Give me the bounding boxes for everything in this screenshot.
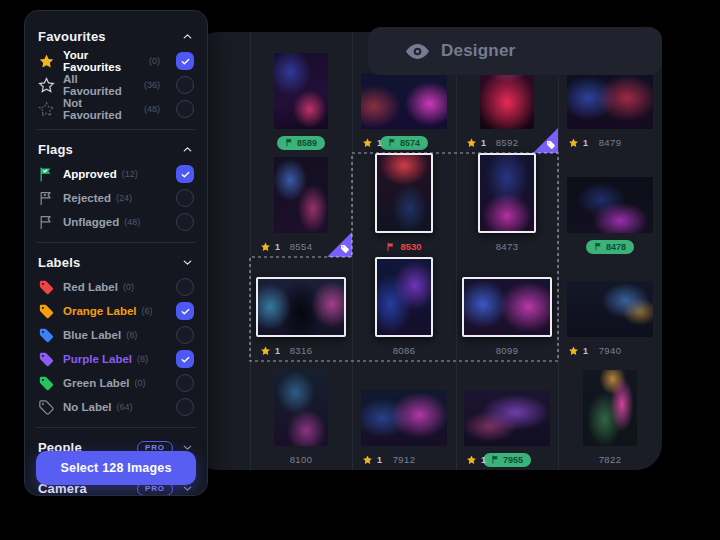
- filter-item-no-label[interactable]: No Label(64): [38, 395, 194, 419]
- filter-count: (12): [122, 169, 138, 179]
- photo-thumbnail[interactable]: [464, 390, 550, 446]
- filter-checkbox[interactable]: [176, 374, 194, 392]
- filter-checkbox[interactable]: [176, 189, 194, 207]
- photo-thumbnail[interactable]: [567, 177, 653, 233]
- section-header-favourites[interactable]: Favourites: [38, 24, 194, 49]
- photo-cell-8086[interactable]: 8086: [352, 257, 456, 361]
- favourite-star[interactable]: 1: [260, 241, 280, 252]
- filter-item-all-favourited[interactable]: All Favourited(36): [38, 73, 194, 97]
- favourite-star[interactable]: 1: [362, 137, 382, 148]
- photo-cell-8554[interactable]: 18554: [250, 153, 352, 257]
- photo-cell-7955[interactable]: 17955: [456, 361, 558, 470]
- filter-item-orange-label[interactable]: Orange Label(6): [38, 299, 194, 323]
- section-header-labels[interactable]: Labels: [38, 250, 194, 275]
- filter-item-rejected[interactable]: Rejected(24): [38, 186, 194, 210]
- photo-grid-panel: 8589185741859218479185548530847384781831…: [192, 32, 662, 470]
- select-images-button[interactable]: Select 128 Images: [36, 451, 196, 485]
- filter-checkbox[interactable]: [176, 350, 194, 368]
- filter-count: (24): [116, 193, 132, 203]
- photo-thumbnail[interactable]: [567, 73, 653, 129]
- filter-item-red-label[interactable]: Red Label(0): [38, 275, 194, 299]
- photo-thumbnail[interactable]: [567, 281, 653, 337]
- favourite-star[interactable]: 1: [568, 345, 588, 356]
- filter-count: (8): [126, 330, 137, 340]
- filter-item-your-favourites[interactable]: Your Favourites(0): [38, 49, 194, 73]
- photo-thumbnail[interactable]: [375, 257, 433, 337]
- photo-thumbnail[interactable]: [274, 370, 328, 446]
- photo-caption: 8530: [352, 236, 456, 257]
- filter-checkbox[interactable]: [176, 326, 194, 344]
- filter-count: (8): [137, 354, 148, 364]
- photo-cell-8316[interactable]: 18316: [250, 257, 352, 361]
- chevron-down-icon: [181, 256, 194, 269]
- flag-icon: [491, 455, 500, 464]
- filter-count: (0): [123, 282, 134, 292]
- filter-item-green-label[interactable]: Green Label(0): [38, 371, 194, 395]
- photo-caption: 17955: [456, 449, 558, 470]
- section-header-flags[interactable]: Flags: [38, 137, 194, 162]
- photo-cell-7912[interactable]: 17912: [352, 361, 456, 470]
- filter-checkbox[interactable]: [176, 76, 194, 94]
- chevron-up-icon: [181, 143, 194, 156]
- filter-item-not-favourited[interactable]: Not Favourited(48): [38, 97, 194, 121]
- filter-checkbox[interactable]: [176, 278, 194, 296]
- favourite-star[interactable]: 1: [362, 454, 382, 465]
- photo-cell-8478[interactable]: 8478: [558, 153, 662, 257]
- photo-caption: 17912: [352, 449, 456, 470]
- filter-item-unflagged[interactable]: Unflagged(48): [38, 210, 194, 234]
- section-title: Labels: [38, 255, 80, 270]
- photo-cell-8099[interactable]: 8099: [456, 257, 558, 361]
- filter-checkbox[interactable]: [176, 398, 194, 416]
- filter-label: Blue Label: [63, 329, 121, 341]
- photo-thumbnail[interactable]: [274, 157, 328, 233]
- photo-thumbnail[interactable]: [274, 53, 328, 129]
- photo-thumbnail[interactable]: [478, 153, 536, 233]
- photo-id: 7940: [599, 345, 622, 356]
- view-toolbar: Designer Advanced: [368, 27, 662, 75]
- filter-checkbox[interactable]: [176, 302, 194, 320]
- star-count: 1: [275, 346, 280, 356]
- chevron-up-icon: [181, 30, 194, 43]
- star-icon: [568, 137, 579, 148]
- photo-id: 7822: [599, 454, 622, 465]
- photo-cell-7822[interactable]: 7822: [558, 361, 662, 470]
- filter-checkbox[interactable]: [176, 213, 194, 231]
- filter-checkbox[interactable]: [176, 52, 194, 70]
- filter-count: (64): [117, 402, 133, 412]
- photo-cell-7940[interactable]: 17940: [558, 257, 662, 361]
- photo-id: 8316: [290, 345, 313, 356]
- filter-item-purple-label[interactable]: Purple Label(8): [38, 347, 194, 371]
- photo-caption: 8086: [352, 340, 456, 361]
- filter-count: (48): [124, 217, 140, 227]
- photo-cell-8530[interactable]: 8530: [352, 153, 456, 257]
- filter-sidebar: FavouritesYour Favourites(0)All Favourit…: [24, 10, 208, 496]
- tag-orange-icon: [38, 303, 55, 320]
- photo-thumbnail[interactable]: [256, 277, 346, 337]
- star-count: 1: [377, 455, 382, 465]
- photo-cell-8589[interactable]: 8589: [250, 32, 352, 153]
- filter-count: (36): [144, 80, 160, 90]
- designer-label: Designer: [441, 41, 515, 61]
- photo-thumbnail[interactable]: [375, 153, 433, 233]
- photo-thumbnail[interactable]: [361, 390, 447, 446]
- photo-thumbnail[interactable]: [583, 370, 637, 446]
- photo-cell-8100[interactable]: 8100: [250, 361, 352, 470]
- favourite-star[interactable]: 1: [260, 345, 280, 356]
- star-dashed-icon: [38, 101, 55, 118]
- label-corner-badge: [327, 232, 352, 257]
- photo-thumbnail[interactable]: [361, 73, 447, 129]
- favourite-star[interactable]: 1: [466, 137, 486, 148]
- photo-caption: 18574: [352, 132, 456, 153]
- filter-checkbox[interactable]: [176, 165, 194, 183]
- photo-cell-8473[interactable]: 8473: [456, 153, 558, 257]
- filter-item-approved[interactable]: Approved(12): [38, 162, 194, 186]
- tab-designer[interactable]: Designer: [368, 38, 515, 65]
- photo-caption: 7822: [558, 449, 662, 470]
- filter-item-blue-label[interactable]: Blue Label(8): [38, 323, 194, 347]
- approved-badge: 7955: [483, 453, 531, 467]
- favourite-star[interactable]: 1: [568, 137, 588, 148]
- favourite-star[interactable]: 1: [466, 454, 486, 465]
- star-icon: [568, 345, 579, 356]
- filter-checkbox[interactable]: [176, 100, 194, 118]
- photo-thumbnail[interactable]: [462, 277, 552, 337]
